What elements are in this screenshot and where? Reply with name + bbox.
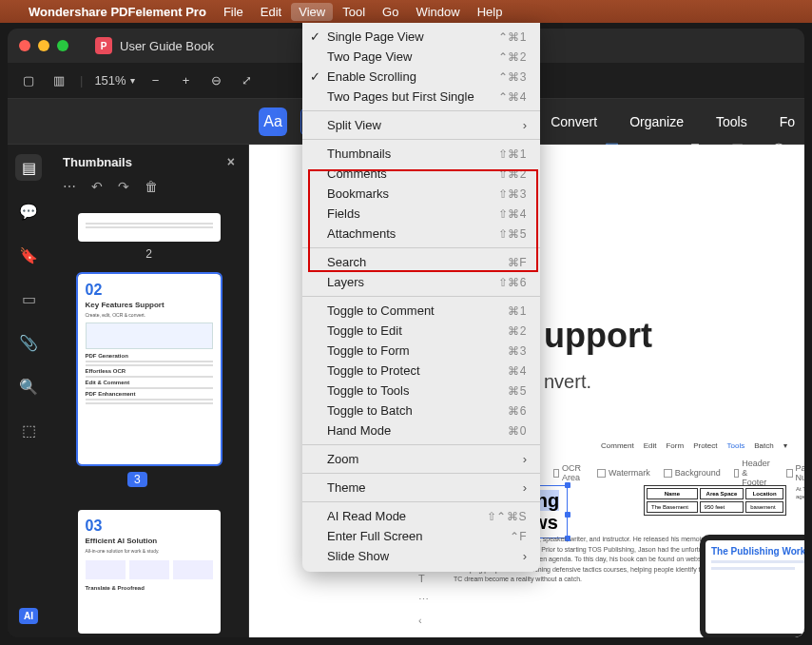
delete-icon[interactable]: 🗑 [145,179,158,194]
menu-item-layers[interactable]: Layers⇧⌘6 [302,272,540,292]
menu-item-attachments[interactable]: Attachments⇧⌘5 [302,224,540,244]
rail-bookmarks-icon[interactable]: 🔖 [15,242,42,268]
menu-separator [302,296,540,297]
menu-shortcut: ⌘1 [508,304,527,318]
page-heading: upport [544,316,652,356]
menu-shortcut: ⇧⌘6 [498,276,527,289]
menu-item-toggle-to-tools[interactable]: Toggle to Tools⌘5 [302,381,540,401]
menu-shortcut: ⌘0 [508,424,527,438]
rotate-right-icon[interactable]: ↷ [118,179,129,194]
ai-badge-icon[interactable]: AI [19,608,38,624]
menu-item-split-view[interactable]: Split View› [302,115,540,135]
menu-shortcut: ⌘5 [508,384,527,398]
menu-file[interactable]: File [223,5,243,19]
toolbar-tools-label[interactable]: Tools [706,114,757,129]
rail-comments-icon[interactable]: 💬 [15,198,42,225]
menu-item-two-pages-but-first-single[interactable]: Two Pages but First Single⌃⌘4 [302,87,540,107]
rotate-left-icon[interactable]: ↶ [91,179,103,194]
menu-tool[interactable]: Tool [342,5,365,19]
chevron-right-icon: › [523,118,527,132]
menu-item-single-page-view[interactable]: ✓Single Page View⌃⌘1 [302,27,540,47]
menu-item-label: Search [327,255,366,269]
zoom-in-icon[interactable]: + [177,71,196,90]
thumbnail-list[interactable]: 2 02 Key Features Support Create, edit, … [49,204,248,637]
menu-item-label: Toggle to Batch [327,403,413,418]
maximize-window-icon[interactable] [57,40,68,51]
menu-edit[interactable]: Edit [261,5,281,19]
menu-item-zoom[interactable]: Zoom› [302,449,540,469]
float-text-icon[interactable]: T [418,573,432,586]
menu-item-comments[interactable]: Comments⇧⌘2 [302,164,540,184]
menu-item-enter-full-screen[interactable]: Enter Full Screen⌃F [302,526,540,546]
chevron-right-icon: › [523,452,527,466]
page-subheading: nvert. [544,371,591,393]
toolbar-organize-label[interactable]: Organize [620,114,693,129]
menu-item-search[interactable]: Search⌘F [302,252,540,272]
chevron-right-icon: › [523,480,527,495]
menu-item-label: Single Page View [327,29,424,44]
thumbnail-page-number: 2 [59,247,239,261]
close-window-icon[interactable] [19,40,30,51]
zoom-reset-icon[interactable]: ⊖ [207,71,226,90]
minimize-window-icon[interactable] [38,40,49,51]
thumbnail-page-4[interactable]: 03 Efficient AI Solution All-in-one solu… [78,510,221,634]
chevron-down-icon[interactable]: ▾ [130,75,135,86]
menu-item-slide-show[interactable]: Slide Show› [302,546,540,566]
menu-item-toggle-to-protect[interactable]: Toggle to Protect⌘4 [302,361,540,381]
menu-shortcut: ⇧⌘1 [498,147,527,161]
zoom-out-icon[interactable]: − [146,71,165,90]
menu-shortcut: ⌘3 [508,344,527,358]
menu-go[interactable]: Go [382,5,398,19]
menu-item-toggle-to-batch[interactable]: Toggle to Batch⌘6 [302,401,540,420]
traffic-lights [19,40,68,51]
thumbnail-page-2[interactable] [78,213,221,242]
menu-separator [302,139,540,140]
menu-item-two-page-view[interactable]: Two Page View⌃⌘2 [302,47,540,67]
fit-page-icon[interactable]: ⤢ [238,71,257,90]
side-paragraph: At TC our serv age exc [796,485,804,501]
menu-item-label: Comments [327,166,387,181]
toolbar-more[interactable]: Fo [770,114,795,129]
menu-shortcut: ⌃F [510,530,527,543]
more-icon[interactable]: ⋯ [63,179,76,194]
float-more-icon[interactable]: ⋯ [418,594,432,607]
menu-item-fields[interactable]: Fields⇧⌘4 [302,204,540,224]
rail-attachments-icon[interactable]: 📎 [15,329,42,356]
panel-split-icon[interactable]: ▥ [49,71,68,90]
close-panel-icon[interactable]: × [227,154,235,169]
menu-item-toggle-to-edit[interactable]: Toggle to Edit⌘2 [302,321,540,341]
menu-item-label: Fields [327,206,360,221]
toolbar-convert-label[interactable]: Convert [541,114,607,129]
view-menu-dropdown: ✓Single Page View⌃⌘1Two Page View⌃⌘2✓Ena… [302,23,540,572]
thumbnail-page-3[interactable]: 02 Key Features Support Create, edit, OC… [78,274,221,464]
menu-help[interactable]: Help [477,5,503,19]
menu-item-enable-scrolling[interactable]: ✓Enable Scrolling⌃⌘3 [302,67,540,87]
menu-item-hand-mode[interactable]: Hand Mode⌘0 [302,420,540,440]
menu-shortcut: ⌘2 [508,324,527,338]
menu-item-label: Toggle to Protect [327,363,420,378]
menu-shortcut: ⇧⌘5 [498,227,527,241]
menu-item-ai-read-mode[interactable]: AI Read Mode⇧⌃⌘S [302,506,540,526]
panel-left-icon[interactable]: ▢ [19,71,38,90]
menu-shortcut: ⌃⌘4 [498,90,527,104]
menu-item-label: Toggle to Edit [327,323,402,338]
menu-item-thumbnails[interactable]: Thumbnails⇧⌘1 [302,144,540,164]
rail-thumbnails-icon[interactable]: ▤ [15,154,42,181]
menu-item-toggle-to-form[interactable]: Toggle to Form⌘3 [302,341,540,361]
menu-item-bookmarks[interactable]: Bookmarks⇧⌘3 [302,184,540,204]
float-collapse-icon[interactable]: ‹ [418,615,432,628]
menu-item-theme[interactable]: Theme› [302,478,540,498]
menu-item-label: Toggle to Form [327,343,410,358]
menu-item-toggle-to-comment[interactable]: Toggle to Comment⌘1 [302,301,540,321]
menu-item-label: Enable Scrolling [327,69,416,84]
app-name[interactable]: Wondershare PDFelement Pro [29,5,206,19]
text-tool-icon[interactable]: Aa [259,108,287,136]
rail-search-icon[interactable]: 🔍 [15,373,42,400]
menu-item-label: Attachments [327,226,396,241]
menu-separator [302,247,540,248]
zoom-level[interactable]: 151% [94,73,126,88]
menu-view[interactable]: View [291,3,333,21]
rail-layers-icon[interactable]: ⬚ [15,417,42,443]
menu-window[interactable]: Window [416,5,459,19]
rail-fields-icon[interactable]: ▭ [15,285,42,312]
